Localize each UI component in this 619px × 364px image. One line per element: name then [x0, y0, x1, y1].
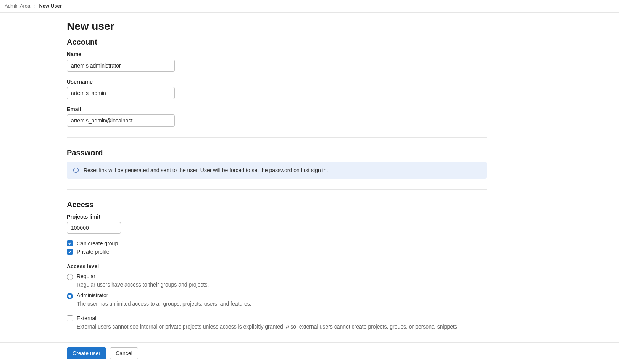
divider: [67, 189, 487, 190]
divider: [67, 137, 487, 138]
email-input[interactable]: [67, 114, 175, 127]
breadcrumb: Admin Area New User: [0, 0, 619, 13]
administrator-desc: The user has unlimited access to all gro…: [77, 301, 487, 307]
external-label: External: [77, 315, 96, 321]
can-create-group-checkbox[interactable]: [67, 240, 73, 246]
projects-limit-input[interactable]: [67, 222, 121, 234]
footer-bar: Create user Cancel: [0, 342, 619, 364]
name-input[interactable]: [67, 60, 175, 72]
access-level-label: Access level: [67, 263, 487, 269]
private-profile-checkbox[interactable]: [67, 249, 73, 255]
external-desc: External users cannot see internal or pr…: [77, 324, 487, 330]
breadcrumb-root-link[interactable]: Admin Area: [5, 3, 30, 9]
email-label: Email: [67, 106, 487, 112]
account-heading: Account: [67, 38, 487, 47]
info-icon: [73, 167, 79, 173]
password-heading: Password: [67, 148, 487, 157]
regular-desc: Regular users have access to their group…: [77, 282, 487, 288]
private-profile-label: Private profile: [77, 249, 110, 255]
cancel-button[interactable]: Cancel: [110, 347, 138, 359]
administrator-radio[interactable]: [67, 293, 73, 299]
username-input[interactable]: [67, 87, 175, 99]
page-title: New user: [67, 20, 487, 32]
regular-radio[interactable]: [67, 274, 73, 280]
regular-label: Regular: [77, 273, 487, 279]
password-info-text: Reset link will be generated and sent to…: [84, 167, 328, 173]
can-create-group-label: Can create group: [77, 240, 118, 246]
password-info-banner: Reset link will be generated and sent to…: [67, 162, 487, 179]
svg-point-2: [76, 169, 76, 169]
external-checkbox[interactable]: [67, 315, 73, 321]
chevron-right-icon: [33, 3, 36, 9]
breadcrumb-current: New User: [39, 3, 61, 9]
name-label: Name: [67, 51, 487, 57]
projects-limit-label: Projects limit: [67, 214, 487, 220]
administrator-label: Administrator: [77, 292, 487, 298]
create-user-button[interactable]: Create user: [67, 347, 106, 359]
username-label: Username: [67, 79, 487, 85]
access-heading: Access: [67, 200, 487, 209]
